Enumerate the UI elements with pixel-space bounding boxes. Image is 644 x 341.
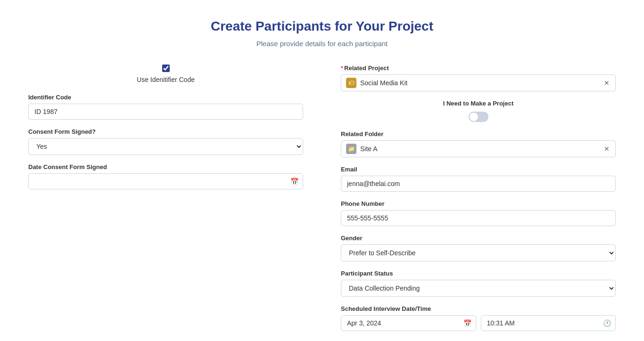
related-folder-group: Related Folder 📁 Site A ✕ (341, 130, 616, 157)
phone-input[interactable] (341, 210, 616, 226)
scheduled-interview-label: Scheduled Interview Date/Time (341, 305, 616, 312)
related-project-input[interactable]: 🏷 Social Media Kit ✕ (341, 74, 616, 91)
scheduled-time-wrapper: 🕐 (481, 315, 616, 331)
folder-icon: 📁 (346, 144, 356, 154)
scheduled-time-input[interactable] (481, 315, 616, 331)
need-project-toggle[interactable] (469, 112, 488, 122)
participant-status-group: Participant Status Active Inactive Data … (341, 270, 616, 297)
related-project-group: *Related Project 🏷 Social Media Kit ✕ (341, 65, 616, 91)
consent-form-label: Consent Form Signed? (28, 128, 303, 135)
required-indicator: * (341, 65, 343, 72)
date-consent-group: Date Consent Form Signed 📅 (28, 163, 303, 189)
scheduled-date-input[interactable] (341, 315, 476, 331)
email-group: Email (341, 166, 616, 192)
identifier-code-group: Identifier Code (28, 94, 303, 120)
need-project-label: I Need to Make a Project (443, 100, 514, 107)
consent-form-group: Consent Form Signed? Yes No (28, 128, 303, 155)
email-label: Email (341, 166, 616, 173)
use-identifier-label: Use Idenitifier Code (137, 76, 195, 83)
related-folder-input[interactable]: 📁 Site A ✕ (341, 140, 616, 157)
gender-label: Gender (341, 235, 616, 242)
identifier-code-input[interactable] (28, 104, 303, 120)
date-consent-label: Date Consent Form Signed (28, 163, 303, 170)
related-folder-close[interactable]: ✕ (603, 146, 611, 152)
page-title: Create Participants for Your Project (28, 19, 616, 34)
scheduled-date-wrapper: 📅 (341, 315, 476, 331)
date-consent-wrapper: 📅 (28, 173, 303, 189)
consent-form-select[interactable]: Yes No (28, 138, 303, 155)
participant-status-select[interactable]: Active Inactive Data Collection Pending … (341, 280, 616, 297)
use-identifier-checkbox[interactable] (162, 65, 170, 72)
page-subtitle: Please provide details for each particip… (28, 40, 616, 48)
social-media-icon: 🏷 (346, 78, 356, 88)
related-project-close[interactable]: ✕ (603, 80, 611, 86)
participant-status-label: Participant Status (341, 270, 616, 277)
scheduled-interview-group: Scheduled Interview Date/Time 📅 🕐 (341, 305, 616, 331)
phone-label: Phone Number (341, 200, 616, 207)
use-identifier-row: Use Idenitifier Code (28, 65, 303, 83)
left-column: Use Idenitifier Code Identifier Code Con… (28, 65, 303, 341)
identifier-code-label: Identifier Code (28, 94, 303, 101)
related-project-label: *Related Project (341, 65, 616, 72)
gender-group: Gender Male Female Non-Binary Prefer to … (341, 235, 616, 261)
date-consent-input[interactable] (28, 173, 303, 189)
datetime-row: 📅 🕐 (341, 315, 616, 331)
related-project-value: Social Media Kit (360, 79, 599, 87)
related-folder-value: Site A (360, 145, 599, 153)
phone-group: Phone Number (341, 200, 616, 226)
right-column: *Related Project 🏷 Social Media Kit ✕ I … (341, 65, 616, 341)
need-project-group: I Need to Make a Project (341, 100, 616, 122)
gender-select[interactable]: Male Female Non-Binary Prefer to Self-De… (341, 244, 616, 261)
related-folder-label: Related Folder (341, 130, 616, 138)
email-input[interactable] (341, 176, 616, 192)
